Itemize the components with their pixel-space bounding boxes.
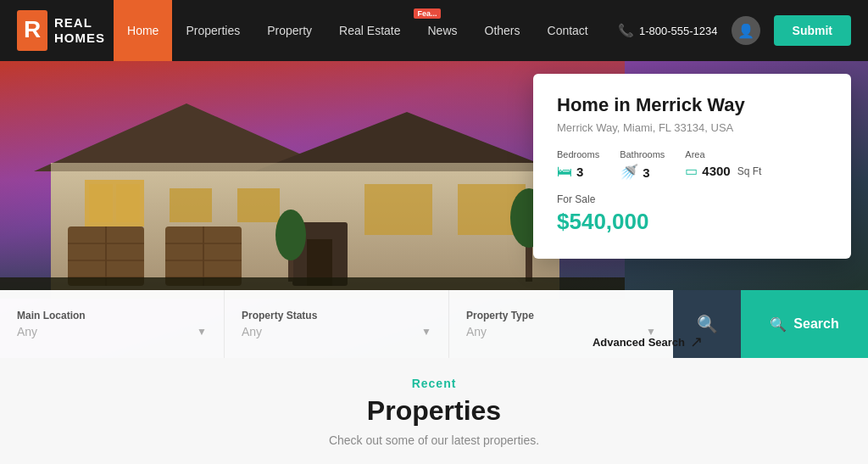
bathrooms-number: 3 <box>643 165 649 180</box>
area-stat: Area ▭ 4300 Sq Ft <box>685 149 761 182</box>
location-dropdown-arrow: ▼ <box>197 326 207 338</box>
hero-section: Home in Merrick Way Merrick Way, Miami, … <box>0 61 868 358</box>
brand-name: REALHOMES <box>54 15 105 46</box>
property-card: Home in Merrick Way Merrick Way, Miami, … <box>533 74 851 259</box>
phone-wrap[interactable]: 📞 1-800-555-1234 <box>618 23 718 38</box>
card-stats: Bedrooms 🛏 3 Bathrooms 🚿 3 Area ▭ 4300 <box>557 149 827 182</box>
svg-rect-10 <box>170 188 212 222</box>
status-dropdown-arrow: ▼ <box>421 326 431 338</box>
bedrooms-icon: 🛏 <box>557 163 572 181</box>
bedrooms-number: 3 <box>576 165 583 179</box>
logo[interactable]: R REALHOMES <box>17 10 105 51</box>
area-unit: Sq Ft <box>737 165 762 177</box>
nav-item-contact[interactable]: Contact <box>534 0 602 61</box>
search-magnifier-icon: 🔍 <box>697 314 718 334</box>
search-text-button[interactable]: 🔍 Search <box>741 290 868 358</box>
status-field[interactable]: Property Status Any ▼ <box>225 290 449 358</box>
status-value-row: Any ▼ <box>242 325 431 338</box>
area-icon: ▭ <box>685 163 698 179</box>
area-number: 4300 <box>702 164 730 178</box>
status-label: Property Status <box>242 310 431 321</box>
svg-rect-11 <box>237 188 280 222</box>
bedrooms-value-row: 🛏 3 <box>557 163 583 181</box>
svg-rect-26 <box>364 184 432 235</box>
location-label: Main Location <box>17 310 207 321</box>
search-btn-label: Search <box>793 316 838 332</box>
advanced-search-wrap[interactable]: Advanced Search ↗ <box>593 333 703 351</box>
properties-title: Properties <box>0 395 868 427</box>
location-value: Any <box>17 325 37 338</box>
nav-item-properties[interactable]: Properties <box>172 0 253 61</box>
user-icon: 👤 <box>737 23 754 39</box>
navbar: R REALHOMES Home Properties Property Rea… <box>0 0 868 61</box>
recent-label: Recent <box>0 377 868 390</box>
card-title: Home in Merrick Way <box>557 94 827 116</box>
nav-links: Home Properties Property Real Estate New… <box>114 0 602 61</box>
advanced-search-label: Advanced Search <box>593 336 685 349</box>
svg-rect-8 <box>89 184 113 222</box>
status-value: Any <box>242 325 262 338</box>
properties-subtitle: Check out some of our latest properties. <box>0 433 868 447</box>
submit-button[interactable]: Submit <box>774 15 851 46</box>
type-label: Property Type <box>466 310 656 321</box>
svg-rect-9 <box>116 184 140 222</box>
area-value-row: ▭ 4300 Sq Ft <box>685 163 761 179</box>
type-value: Any <box>466 325 487 338</box>
bathrooms-icon: 🚿 <box>620 163 638 182</box>
card-price: $540,000 <box>557 209 827 235</box>
bottom-section: Advanced Search ↗ Recent Properties Chec… <box>0 358 868 464</box>
bedrooms-stat: Bedrooms 🛏 3 <box>557 149 599 182</box>
phone-number: 1-800-555-1234 <box>639 25 718 37</box>
bathrooms-label: Bathrooms <box>620 149 665 159</box>
search-btn-icon: 🔍 <box>770 316 787 333</box>
nav-item-news[interactable]: News Fea... <box>414 0 470 61</box>
location-value-row: Any ▼ <box>17 325 207 338</box>
advanced-search-arrow-icon: ↗ <box>690 333 703 351</box>
user-avatar[interactable]: 👤 <box>732 16 760 45</box>
hero-house-image <box>0 61 625 299</box>
nav-item-others[interactable]: Others <box>471 0 534 61</box>
nav-right: 📞 1-800-555-1234 👤 Submit <box>618 15 851 46</box>
nav-item-property[interactable]: Property <box>253 0 326 61</box>
svg-text:R: R <box>24 16 41 42</box>
phone-icon: 📞 <box>618 23 634 38</box>
nav-item-realestate[interactable]: Real Estate <box>326 0 414 61</box>
card-address: Merrick Way, Miami, FL 33134, USA <box>557 121 827 134</box>
search-bar: Main Location Any ▼ Property Status Any … <box>0 290 868 358</box>
nav-item-home[interactable]: Home <box>114 0 172 61</box>
location-field[interactable]: Main Location Any ▼ <box>0 290 225 358</box>
area-label: Area <box>685 149 704 159</box>
bathrooms-value-row: 🚿 3 <box>620 163 649 182</box>
card-status: For Sale <box>557 193 827 205</box>
logo-icon: R <box>17 10 47 51</box>
featured-badge: Fea... <box>414 8 440 19</box>
bathrooms-stat: Bathrooms 🚿 3 <box>620 149 665 182</box>
bedrooms-label: Bedrooms <box>557 149 599 159</box>
svg-point-29 <box>275 210 306 260</box>
